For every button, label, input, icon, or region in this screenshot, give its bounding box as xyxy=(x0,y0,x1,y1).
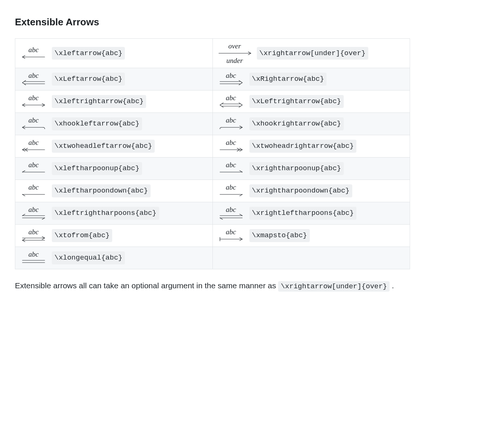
table-cell: abc \xtofrom{abc} xyxy=(15,225,213,247)
over-label: abc xyxy=(28,117,38,124)
arrow-table: abc \xleftarrow{abc} over under \xrighta… xyxy=(15,38,410,269)
over-label: abc xyxy=(28,94,38,101)
rightharpoondown-icon xyxy=(219,191,243,198)
over-label: abc xyxy=(28,161,38,168)
table-cell: abc \xrightleftharpoons{abc} xyxy=(212,202,410,225)
over-label: abc xyxy=(226,139,236,146)
leftrightarrow-icon xyxy=(22,101,45,109)
tex-code: \xleftharpoondown{abc} xyxy=(52,184,151,197)
rendered-math: abc xyxy=(218,117,244,131)
over-label: abc xyxy=(28,228,38,235)
over-label: abc xyxy=(28,139,38,146)
over-label: abc xyxy=(226,206,236,213)
table-row: abc \xtwoheadleftarrow{abc} abc \xtwohea… xyxy=(15,135,410,158)
Leftarrow-icon xyxy=(22,79,45,86)
table-row: abc \xhookleftarrow{abc} abc \xhookright… xyxy=(15,113,410,135)
rendered-math: abc xyxy=(21,117,47,131)
twoheadleftarrow-icon xyxy=(22,146,45,153)
rendered-math: abc xyxy=(21,94,47,109)
table-cell: abc \xlongequal{abc} xyxy=(15,247,213,269)
tex-code: \xtwoheadrightarrow{abc} xyxy=(249,140,357,153)
table-cell: abc \xLeftarrow{abc} xyxy=(15,68,213,91)
tex-code: \xleftarrow{abc} xyxy=(52,47,125,60)
rightleftharpoons-icon xyxy=(219,213,243,220)
tex-code: \xRightarrow{abc} xyxy=(249,73,327,86)
rendered-math: abc xyxy=(218,228,244,243)
over-label: abc xyxy=(226,184,236,191)
table-row: abc \xtofrom{abc} abc \xmapsto{abc} xyxy=(15,225,410,247)
hookrightarrow-icon xyxy=(219,124,243,131)
tex-code: \xrightleftharpoons{abc} xyxy=(249,207,357,220)
table-cell: abc \xLeftrightarrow{abc} xyxy=(212,91,410,113)
table-cell xyxy=(212,247,410,269)
rendered-math: abc xyxy=(218,139,244,153)
note-paragraph: Extensible arrows all can take an option… xyxy=(15,280,410,292)
rendered-math: abc xyxy=(21,72,47,86)
table-cell: abc \xleftrightarrow{abc} xyxy=(15,91,213,113)
rendered-math: abc xyxy=(218,184,244,198)
tex-code: \xmapsto{abc} xyxy=(249,229,310,242)
Rightarrow-icon xyxy=(219,79,243,86)
table-cell: abc \xleftharpoondown{abc} xyxy=(15,180,213,202)
table-cell: abc \xtwoheadrightarrow{abc} xyxy=(212,135,410,158)
tex-code: \xtwoheadleftarrow{abc} xyxy=(52,140,155,153)
leftrightharpoons-icon xyxy=(22,213,45,220)
mapsto-icon xyxy=(219,235,243,243)
table-cell: abc \xleftharpoonup{abc} xyxy=(15,158,213,180)
rendered-math: abc xyxy=(218,72,244,86)
longequal-icon xyxy=(22,258,45,265)
table-row: abc \xLeftarrow{abc} abc \xRightarrow{ab… xyxy=(15,68,410,91)
rendered-math: abc xyxy=(21,184,47,198)
tex-code: \xleftharpoonup{abc} xyxy=(52,162,142,175)
over-label: over xyxy=(229,42,241,50)
over-label: abc xyxy=(226,72,236,79)
table-row: abc \xleftharpoondown{abc} abc \xrightha… xyxy=(15,180,410,202)
table-row: abc \xleftarrow{abc} over under \xrighta… xyxy=(15,39,410,68)
tex-code: \xrightharpoonup{abc} xyxy=(249,162,344,175)
section-title: Extensible Arrows xyxy=(15,15,489,29)
table-cell: abc \xhookrightarrow{abc} xyxy=(212,113,410,135)
rendered-math: abc xyxy=(21,206,47,220)
rendered-math: abc xyxy=(21,161,47,176)
rightarrow-icon xyxy=(218,50,252,57)
over-label: abc xyxy=(226,94,236,101)
Leftrightarrow-icon xyxy=(219,101,243,109)
tex-code: \xtofrom{abc} xyxy=(52,229,112,242)
over-label: abc xyxy=(28,184,38,191)
tex-code: \xhookrightarrow{abc} xyxy=(249,117,344,130)
table-cell: abc \xrightharpoonup{abc} xyxy=(212,158,410,180)
over-label: abc xyxy=(28,206,38,213)
table-row: abc \xleftharpoonup{abc} abc \xrightharp… xyxy=(15,158,410,180)
rendered-math: abc xyxy=(21,251,47,265)
rendered-math: over under xyxy=(218,42,252,64)
rendered-math: abc xyxy=(218,206,244,220)
table-cell: abc \xleftrightharpoons{abc} xyxy=(15,202,213,225)
over-label: abc xyxy=(28,46,38,53)
over-label: abc xyxy=(226,228,236,235)
rendered-math: abc xyxy=(21,228,47,243)
tex-code: \xLeftrightarrow{abc} xyxy=(249,95,344,108)
tex-code: \xLeftarrow{abc} xyxy=(52,73,125,86)
hookleftarrow-icon xyxy=(22,124,45,131)
table-row: abc \xlongequal{abc} xyxy=(15,247,410,269)
table-cell: over under \xrightarrow[under]{over} xyxy=(212,39,410,68)
rendered-math: abc xyxy=(21,46,47,61)
tex-code: \xhookleftarrow{abc} xyxy=(52,117,142,130)
table-row: abc \xleftrightarrow{abc} abc \xLeftrigh… xyxy=(15,91,410,113)
table-cell: abc \xmapsto{abc} xyxy=(212,225,410,247)
table-cell: abc \xleftarrow{abc} xyxy=(15,39,213,68)
leftharpoonup-icon xyxy=(22,168,45,176)
leftharpoondown-icon xyxy=(22,191,45,198)
table-cell: abc \xrightharpoondown{abc} xyxy=(212,180,410,202)
table-row: abc \xleftrightharpoons{abc} abc \xright… xyxy=(15,202,410,225)
tofrom-icon xyxy=(22,235,45,243)
tex-code: \xrightharpoondown{abc} xyxy=(249,184,352,197)
note-code: \xrightarrow[under]{over} xyxy=(278,281,390,292)
under-label: under xyxy=(226,57,243,64)
over-label: abc xyxy=(226,161,236,168)
note-text-suffix: . xyxy=(392,281,394,290)
leftarrow-icon xyxy=(22,53,45,61)
rendered-math: abc xyxy=(218,161,244,176)
over-label: abc xyxy=(28,72,38,79)
rendered-math: abc xyxy=(21,139,47,153)
